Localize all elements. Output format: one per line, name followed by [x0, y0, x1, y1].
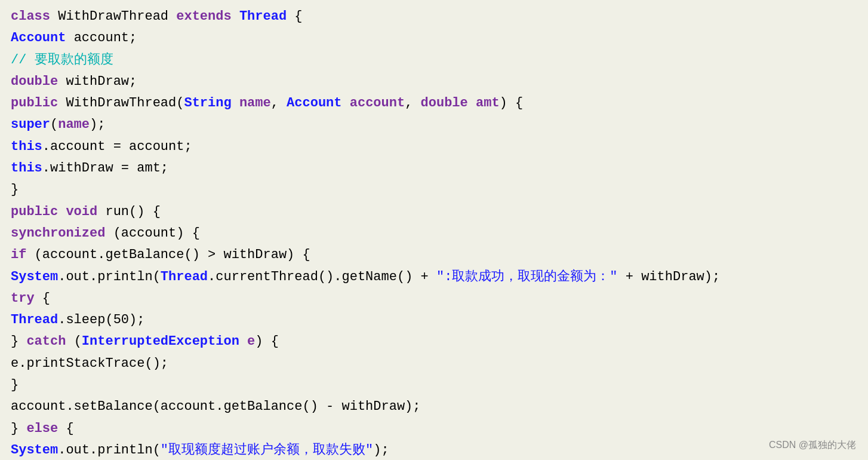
code-line-20: } else { [11, 418, 857, 440]
code-line-11: synchronized (account) { [11, 223, 857, 244]
code-line-3: // 要取款的额度 [11, 50, 857, 71]
code-line-17: e.printStackTrace(); [11, 353, 857, 375]
code-line-13: System.out.println(Thread.currentThread(… [11, 266, 857, 288]
watermark: CSDN @孤独的大佬 [769, 437, 856, 453]
code-line-15: Thread.sleep(50); [11, 309, 857, 331]
code-line-1: class WithDrawThread extends Thread { [11, 6, 857, 27]
code-line-16: } catch (InterruptedException e) { [11, 331, 857, 352]
code-block: class WithDrawThread extends Thread { Ac… [0, 0, 868, 460]
code-line-7: this.account = account; [11, 136, 857, 158]
code-line-12: if (account.getBalance() > withDraw) { [11, 244, 857, 266]
code-line-10: public void run() { [11, 201, 857, 223]
code-line-9: } [11, 179, 857, 201]
code-line-14: try { [11, 288, 857, 309]
code-line-2: Account account; [11, 27, 857, 49]
code-line-19: account.setBalance(account.getBalance() … [11, 396, 857, 418]
code-line-8: this.withDraw = amt; [11, 158, 857, 179]
code-line-5: public WithDrawThread(String name, Accou… [11, 93, 857, 114]
code-line-6: super(name); [11, 114, 857, 136]
code-line-4: double withDraw; [11, 71, 857, 93]
code-line-21: System.out.println("取现额度超过账户余额，取款失败"); [11, 440, 857, 460]
code-line-18: } [11, 375, 857, 396]
